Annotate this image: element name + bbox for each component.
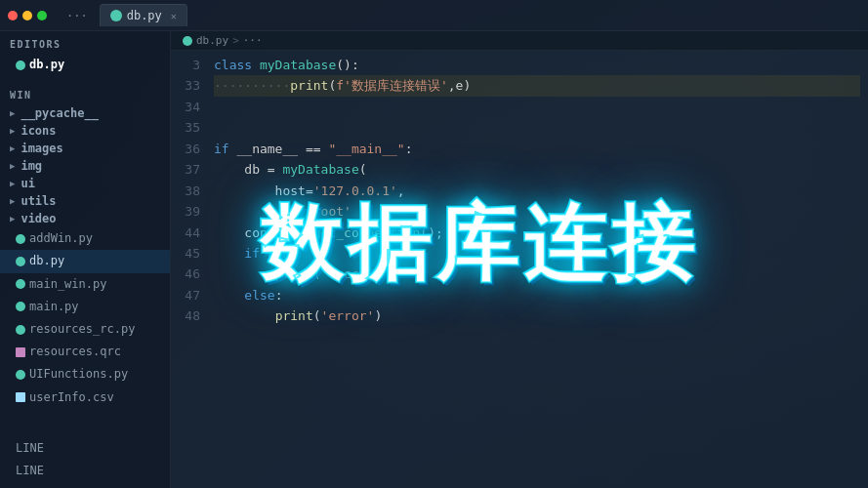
folder-icons[interactable]: ▶ icons bbox=[0, 122, 170, 140]
file-resourcesrcpy[interactable]: resources_rc.py bbox=[0, 318, 170, 341]
python-icon bbox=[16, 257, 25, 266]
status-line2-label: LINE bbox=[16, 462, 44, 480]
plain-indent-45 bbox=[214, 243, 244, 264]
folder-video-label: video bbox=[21, 212, 56, 225]
code-line-47: else: bbox=[214, 285, 860, 305]
cn-mydatabase: myDatabase bbox=[260, 55, 336, 75]
plain-paren-close-46: ) bbox=[367, 264, 375, 284]
folder-arrow-icon: ▶ bbox=[10, 161, 15, 171]
win-section-title: WIN bbox=[0, 82, 170, 104]
plain-colon-47: : bbox=[275, 285, 283, 305]
sidebar-editor-dbpy-label: db.py bbox=[29, 56, 64, 74]
tab-ellipsis[interactable]: ··· bbox=[61, 9, 94, 22]
folder-img[interactable]: ▶ img bbox=[0, 157, 170, 175]
file-addwinpy[interactable]: addWin.py bbox=[0, 227, 170, 250]
folder-arrow-icon: ▶ bbox=[10, 126, 15, 136]
line-num-34: 34 bbox=[179, 97, 200, 117]
line-num-36: 36 bbox=[179, 139, 200, 159]
file-mainpy[interactable]: main.py bbox=[0, 296, 170, 318]
fn-print-46: print bbox=[275, 264, 313, 284]
code-lines[interactable]: class myDatabase(): ··········print(f'数据… bbox=[206, 55, 868, 484]
str-main: "__main__" bbox=[328, 139, 404, 159]
file-resourcesrcpy-label: resources_rc.py bbox=[29, 320, 135, 339]
file-resourcesqrc[interactable]: resources.qrc bbox=[0, 341, 170, 363]
str-root: 'root' bbox=[306, 201, 351, 222]
line-num-3: 3 bbox=[179, 55, 200, 75]
plain-con: con: bbox=[268, 243, 298, 264]
plain-indent-38: host= bbox=[214, 181, 313, 201]
plain-indent-46 bbox=[214, 264, 275, 284]
folder-ui[interactable]: ▶ ui bbox=[0, 175, 170, 192]
python-icon bbox=[16, 325, 25, 335]
close-window-button[interactable] bbox=[8, 11, 18, 20]
code-line-34 bbox=[214, 97, 860, 117]
title-bar: ··· db.py ✕ bbox=[0, 0, 868, 31]
file-dbpy[interactable]: db.py bbox=[0, 250, 170, 272]
plain-indent-48 bbox=[214, 305, 275, 326]
folder-video[interactable]: ▶ video bbox=[0, 210, 170, 227]
qrc-icon bbox=[16, 347, 25, 357]
file-mainwinpy-label: main_win.py bbox=[29, 275, 106, 294]
str-error: 'error' bbox=[321, 305, 375, 326]
python-icon bbox=[16, 234, 25, 244]
file-dbpy-label: db.py bbox=[29, 252, 64, 270]
sidebar: EDITORS db.py WIN ▶ __pycache__ ▶ icons … bbox=[0, 31, 171, 488]
plain-comma: ,e) bbox=[448, 75, 471, 96]
main-body: EDITORS db.py WIN ▶ __pycache__ ▶ icons … bbox=[0, 31, 868, 488]
file-resourcesqrc-label: resources.qrc bbox=[29, 343, 121, 361]
plain-indent-47 bbox=[214, 285, 244, 305]
file-uifunctionspy[interactable]: UIFunctions.py bbox=[0, 363, 170, 386]
code-line-35 bbox=[214, 117, 860, 138]
str-host: '127.0.0.1' bbox=[313, 181, 397, 201]
line-num-47: 47 bbox=[179, 285, 200, 305]
folder-pycache[interactable]: ▶ __pycache__ bbox=[0, 104, 170, 122]
code-line-48: print('error') bbox=[214, 305, 860, 326]
tab-close-button[interactable]: ✕ bbox=[171, 11, 177, 21]
code-line-45: if con: bbox=[214, 243, 860, 264]
code-line-3: class myDatabase(): bbox=[214, 55, 860, 75]
file-mainwinpy[interactable]: main_win.py bbox=[0, 273, 170, 296]
line-num-35: 35 bbox=[179, 117, 200, 138]
plain-colon-36: : bbox=[405, 139, 413, 159]
folder-utils[interactable]: ▶ utils bbox=[0, 192, 170, 210]
code-content[interactable]: 3 33 34 35 36 37 38 39 44 45 46 47 48 bbox=[171, 51, 868, 488]
sidebar-editor-dbpy[interactable]: db.py bbox=[0, 54, 170, 76]
file-userinfocsy[interactable]: userInfo.csv bbox=[0, 386, 170, 409]
code-line-46: print('succ') bbox=[214, 264, 860, 284]
win-section: WIN bbox=[0, 82, 170, 104]
plain-paren-44: (); bbox=[420, 223, 442, 243]
maximize-window-button[interactable] bbox=[37, 11, 47, 20]
plain-paren-37: ( bbox=[359, 159, 367, 180]
plain-paren-close-48: ) bbox=[374, 305, 382, 326]
breadcrumb-separator: > bbox=[232, 34, 239, 47]
folder-arrow-icon: ▶ bbox=[10, 196, 15, 206]
line-num-33: 33 bbox=[179, 75, 200, 96]
line-num-39: 39 bbox=[179, 201, 200, 222]
line-numbers: 3 33 34 35 36 37 38 39 44 45 46 47 48 bbox=[171, 55, 206, 484]
line-num-48: 48 bbox=[179, 305, 200, 326]
kw-else-47: else bbox=[244, 285, 274, 305]
folder-images-label: images bbox=[21, 142, 62, 155]
code-line-39: cor·'root' bbox=[214, 201, 860, 222]
plain-paren: ( bbox=[328, 75, 336, 96]
folder-images[interactable]: ▶ images bbox=[0, 140, 170, 157]
folder-arrow-icon: ▶ bbox=[10, 179, 15, 188]
tab-filename: db.py bbox=[127, 9, 162, 22]
code-line-37: db = myDatabase( bbox=[214, 159, 860, 180]
minimize-window-button[interactable] bbox=[22, 11, 32, 20]
plain-indent-37: db = bbox=[214, 159, 282, 180]
python-icon bbox=[16, 279, 25, 289]
kw-if-45: if bbox=[244, 243, 267, 264]
active-tab[interactable]: db.py ✕ bbox=[100, 4, 187, 26]
plain-indent-39 bbox=[214, 201, 275, 222]
plain-comma-38: , bbox=[397, 181, 405, 201]
plain-dunder-name: __name__ == bbox=[236, 139, 328, 159]
str-fstring: f'数据库连接错误' bbox=[336, 75, 447, 96]
dots-indent: ·········· bbox=[214, 75, 290, 96]
status-line1: LINE bbox=[0, 437, 170, 460]
code-line-33: ··········print(f'数据库连接错误',e) bbox=[214, 75, 860, 96]
status-line1-label: LINE bbox=[16, 439, 44, 458]
folder-ui-label: ui bbox=[21, 177, 34, 190]
file-uifunctionspy-label: UIFunctions.py bbox=[29, 365, 128, 384]
line-num-38: 38 bbox=[179, 181, 200, 201]
